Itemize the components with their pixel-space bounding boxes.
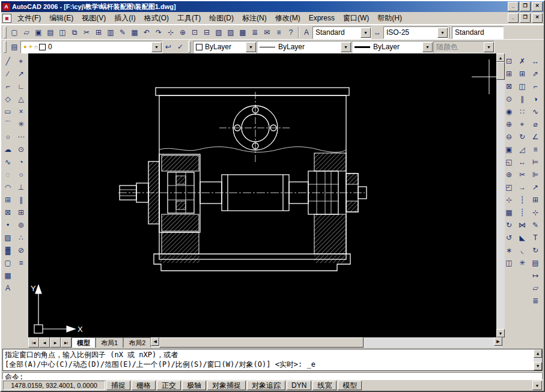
tab-layout2[interactable]: 布局2 <box>123 337 151 348</box>
menu-item[interactable]: 编辑(E) <box>45 12 78 25</box>
status-toggle-button[interactable]: DYN <box>287 381 311 390</box>
aerial-view-icon[interactable]: ◫ <box>503 257 515 269</box>
tab-model[interactable]: 模型 <box>72 337 96 348</box>
rectangle-icon[interactable]: ▭ <box>2 106 14 118</box>
horizontal-scroll-thumb[interactable] <box>159 337 364 348</box>
dim-continue-icon[interactable]: ⊫ <box>529 169 541 181</box>
match-properties-icon[interactable]: ✎ <box>117 26 129 38</box>
paste-icon[interactable]: ▥ <box>105 26 117 38</box>
command-scrollbar[interactable]: ▲ ▼ <box>534 349 542 370</box>
toolbar-grip[interactable] <box>4 41 7 53</box>
close-button[interactable]: ✕ <box>532 2 543 11</box>
snap-endpoint-icon[interactable]: ∟ <box>15 80 27 92</box>
scroll-up-icon[interactable]: ▲ <box>496 53 505 62</box>
snap-quadrant-icon[interactable]: ◔ <box>15 156 27 168</box>
properties-icon[interactable]: ▧ <box>213 26 225 38</box>
menu-item[interactable]: 绘图(D) <box>205 12 238 25</box>
autocad-app-icon[interactable]: A <box>2 3 10 11</box>
zoom-realtime-icon[interactable]: ⊛ <box>503 169 515 181</box>
region-icon[interactable]: ▢ <box>2 257 14 269</box>
pan-realtime-icon[interactable]: ⊹ <box>503 194 515 206</box>
restore-button[interactable]: ❐ <box>520 2 531 11</box>
mdi-close-button[interactable]: ✕ <box>532 13 543 23</box>
snap-none-icon[interactable]: ⊘ <box>15 244 27 256</box>
stretch-icon[interactable]: ↔ <box>516 156 528 168</box>
mdi-restore-button[interactable]: ❐ <box>520 13 531 23</box>
status-toggle-button[interactable]: 对象追踪 <box>247 381 285 390</box>
last-tab-button[interactable]: ▶| <box>61 337 72 348</box>
snap-apparent-intersection-icon[interactable]: ✳ <box>15 118 27 130</box>
open-icon[interactable]: ▱ <box>20 26 32 38</box>
status-menu-icon[interactable]: ▼ <box>532 381 542 390</box>
mirror-icon[interactable]: ◫ <box>516 80 528 92</box>
drawing-window-icon[interactable]: ▣ <box>2 14 11 23</box>
snap-insert-icon[interactable]: ⊞ <box>15 207 27 219</box>
prev-tab-button[interactable]: ◀ <box>39 337 50 348</box>
hatch-icon[interactable]: ▨ <box>2 232 14 244</box>
next-tab-button[interactable]: ▶ <box>50 337 61 348</box>
undo-icon[interactable]: ↶ <box>141 26 153 38</box>
scroll-left-icon[interactable]: ◀ <box>151 337 159 346</box>
zoom-center-icon[interactable]: ⊙ <box>503 93 515 105</box>
status-toggle-button[interactable]: 对象捕捉 <box>207 381 246 390</box>
linetype-combo[interactable]: ByLayer ▼ <box>257 41 352 53</box>
horizontal-scroll-track[interactable] <box>364 337 494 348</box>
rotate-icon[interactable]: ↻ <box>516 131 528 143</box>
plot-icon[interactable]: ▤ <box>44 26 56 38</box>
arc-icon[interactable]: ⌒ <box>2 118 14 130</box>
menu-item[interactable]: 窗口(W) <box>339 12 373 25</box>
layer-previous-icon[interactable]: ↩ <box>162 41 174 53</box>
dim-update-icon[interactable]: ↻ <box>529 244 541 256</box>
polyline-icon[interactable]: ⌐ <box>2 80 14 92</box>
save-icon[interactable]: ▣ <box>32 26 44 38</box>
zoom-all-icon[interactable]: ▣ <box>503 143 515 155</box>
scale-icon[interactable]: ◿ <box>516 143 528 155</box>
lineweight-combo[interactable]: ByLayer ▼ <box>352 41 433 53</box>
trim-icon[interactable]: ✂ <box>516 169 528 181</box>
plot-preview-icon[interactable]: ◫ <box>56 26 69 38</box>
redraw-icon[interactable]: ∗ <box>503 244 515 256</box>
quickcalc-icon[interactable]: ≡ <box>273 26 285 38</box>
dim-ordinate-icon[interactable]: ⌐ <box>529 80 541 92</box>
menu-item[interactable]: 工具(T) <box>173 12 205 25</box>
zoom-window-icon[interactable]: ⊡ <box>503 55 515 67</box>
status-toggle-button[interactable]: 线宽 <box>312 381 336 390</box>
gradient-icon[interactable]: ▓ <box>2 244 14 256</box>
osnap-settings-icon[interactable]: ≡ <box>15 257 27 269</box>
dim-linear-icon[interactable]: ↔ <box>529 55 541 67</box>
chevron-down-icon[interactable]: ▼ <box>151 42 162 52</box>
text-style-icon[interactable]: A <box>300 26 312 38</box>
make-block-icon[interactable]: ⊠ <box>2 207 14 219</box>
zoom-object-icon[interactable]: ◉ <box>503 106 515 118</box>
dim-edit-icon[interactable]: ✎ <box>529 219 541 231</box>
model-space-canvas[interactable]: Y X <box>28 53 496 337</box>
line-icon[interactable]: ╱ <box>2 55 14 67</box>
join-icon[interactable]: ⋈ <box>516 219 528 231</box>
revcloud-icon[interactable]: ☁ <box>2 143 14 155</box>
sheetset-manager-icon[interactable]: ≣ <box>249 26 261 38</box>
snap-node-icon[interactable]: ⊚ <box>15 219 27 231</box>
chevron-down-icon[interactable]: ▼ <box>422 42 433 52</box>
zoom-window-icon[interactable]: ⊡ <box>189 26 201 38</box>
dim-radius-icon[interactable]: ◑ <box>529 93 541 105</box>
dim-style-icon[interactable]: ▤ <box>529 257 541 269</box>
status-toggle-button[interactable]: 栅格 <box>132 381 156 390</box>
horizontal-scrollbar[interactable]: ◀ ▶ <box>151 337 502 348</box>
qnew-icon[interactable]: ▢ <box>8 26 20 38</box>
layer-combo[interactable]: ● ☀ ∩ 0 ▼ <box>20 41 162 53</box>
chevron-down-icon[interactable]: ▼ <box>361 28 371 38</box>
make-object-layer-current-icon[interactable]: ✓ <box>174 41 186 53</box>
status-toggle-button[interactable]: 极轴 <box>182 381 206 390</box>
minimize-button[interactable]: _ <box>508 2 519 11</box>
menu-item[interactable]: 标注(N) <box>238 12 271 25</box>
command-history[interactable]: 指定窗口的角点，输入比例因子 (nX 或 nXP)，或者 [全部(A)/中心(C… <box>2 349 543 371</box>
list-icon[interactable]: ≣ <box>529 295 541 307</box>
snap-perpendicular-icon[interactable]: ⊥ <box>15 181 27 193</box>
insert-block-icon[interactable]: ⊞ <box>2 194 14 206</box>
tab-layout1[interactable]: 布局1 <box>96 337 123 348</box>
snap-tangent-icon[interactable]: ○ <box>15 169 27 181</box>
toolbar-grip[interactable] <box>188 41 191 53</box>
zoom-previous-icon[interactable]: ⊟ <box>201 26 213 38</box>
snap-midpoint-icon[interactable]: △ <box>15 93 27 105</box>
status-toggle-button[interactable]: 模型 <box>338 381 362 390</box>
